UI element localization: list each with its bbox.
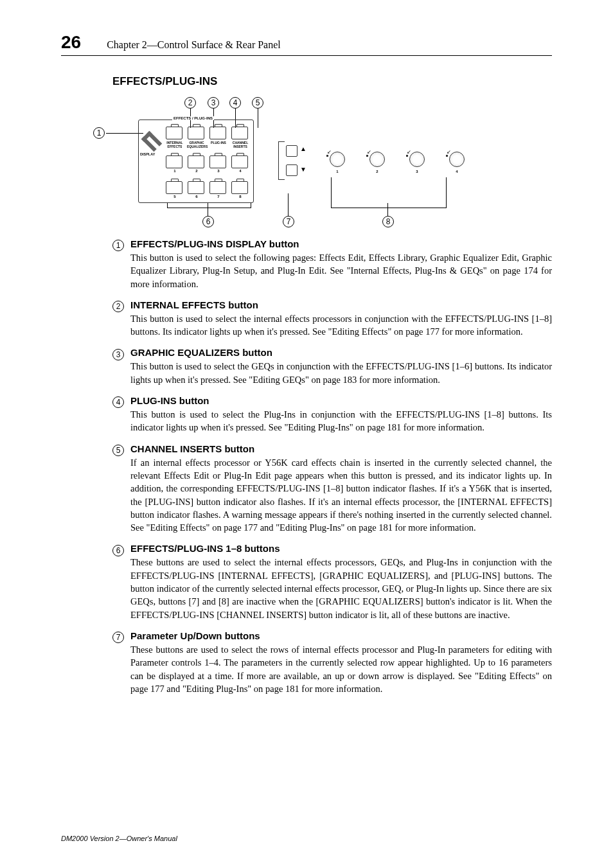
item-4: 4 PLUG-INS button This button is used to… [112, 395, 552, 439]
item-num-1: 1 [112, 240, 124, 251]
item-3: 3 GRAPHIC EQUALIZERS button This button … [112, 347, 552, 391]
fx-button-1-icon: 1 [166, 155, 182, 168]
item-title-4: PLUG-INS button [130, 395, 552, 406]
item-title-6: EFFECTS/PLUG-INS 1–8 buttons [130, 543, 552, 554]
item-5: 5 CHANNEL INSERTS button If an internal … [112, 443, 552, 540]
item-6: 6 EFFECTS/PLUG-INS 1–8 buttons These but… [112, 543, 552, 626]
callout-6: 6 [202, 216, 214, 227]
fx-button-8-icon: 8 [231, 181, 248, 194]
item-text-4: This button is used to select the Plug-I… [130, 408, 552, 434]
knob-panel: ↙1 ↙2 ↙3 ↙4 [324, 152, 470, 173]
callout-3: 3 [208, 97, 219, 109]
item-2: 2 INTERNAL EFFECTS button This button is… [112, 299, 552, 344]
channel-inserts-button-icon: CHANNEL INSERTS [231, 127, 248, 139]
item-title-2: INTERNAL EFFECTS button [130, 299, 552, 310]
item-title-5: CHANNEL INSERTS button [130, 443, 552, 454]
effects-panel: EFFECTS / PLUG-INS DISPLAY INTERNAL EFFE… [138, 120, 254, 203]
item-num-2: 2 [112, 301, 124, 312]
fx-button-4-icon: 4 [231, 155, 248, 168]
item-text-7: These buttons are used to select the row… [130, 643, 552, 695]
item-text-6: These buttons are used to select the int… [130, 556, 552, 621]
callout-2: 2 [184, 97, 196, 109]
param-down-button-icon [286, 164, 298, 176]
fx-button-3-icon: 3 [209, 155, 226, 168]
down-arrow-icon: ▼ [300, 166, 306, 173]
updown-panel: ▲ ▼ [280, 139, 318, 190]
knob-2: ↙2 [364, 152, 390, 173]
display-label: DISPLAY [140, 152, 155, 156]
internal-effects-button-icon: INTERNAL EFFECTS [166, 127, 182, 139]
item-num-5: 5 [112, 445, 124, 456]
display-button-icon [141, 131, 163, 152]
page-number: 26 [61, 32, 81, 53]
up-arrow-icon: ▲ [300, 145, 306, 152]
item-text-2: This button is used to select the intern… [130, 312, 552, 339]
section-title: EFFECTS/PLUG-INS [112, 75, 552, 88]
param-up-button-icon [286, 145, 298, 157]
item-text-5: If an internal effects processor or Y56K… [130, 456, 552, 535]
item-1: 1 EFFECTS/PLUG-INS DISPLAY button This b… [112, 238, 552, 296]
item-num-6: 6 [112, 545, 124, 556]
callout-5: 5 [252, 97, 263, 109]
plugins-button-icon: PLUG-INS [209, 127, 226, 139]
item-num-3: 3 [112, 349, 124, 360]
knob-1: ↙1 [324, 152, 350, 173]
chapter-title: Chapter 2—Control Surface & Rear Panel [107, 39, 281, 51]
callout-7: 7 [283, 216, 294, 227]
footer: DM2000 Version 2—Owner's Manual [61, 835, 177, 842]
effects-diagram: 2 3 4 5 1 EFFECTS / PLUG-INS DISPLAY INT… [112, 97, 552, 232]
item-title-3: GRAPHIC EQUALIZERS button [130, 347, 552, 358]
panel-label: EFFECTS / PLUG-INS [172, 116, 214, 120]
item-text-1: This button is used to select the follow… [130, 251, 552, 290]
item-num-4: 4 [112, 396, 124, 408]
page-header: 26 Chapter 2—Control Surface & Rear Pane… [61, 32, 552, 56]
callout-1: 1 [93, 127, 105, 139]
item-7: 7 Parameter Up/Down buttons These button… [112, 630, 552, 700]
knob-3: ↙3 [404, 152, 430, 173]
callout-4: 4 [229, 97, 241, 109]
callout-8: 8 [382, 216, 394, 227]
fx-button-5-icon: 5 [166, 181, 182, 194]
item-title-1: EFFECTS/PLUG-INS DISPLAY button [130, 238, 552, 249]
item-num-7: 7 [112, 632, 124, 643]
graphic-eq-button-icon: GRAPHIC EQUALIZERS [188, 127, 204, 139]
item-title-7: Parameter Up/Down buttons [130, 630, 552, 641]
fx-button-2-icon: 2 [188, 155, 204, 168]
item-text-3: This button is used to select the GEQs i… [130, 360, 552, 386]
fx-button-6-icon: 6 [188, 181, 204, 194]
fx-button-7-icon: 7 [209, 181, 226, 194]
knob-4: ↙4 [444, 152, 470, 173]
